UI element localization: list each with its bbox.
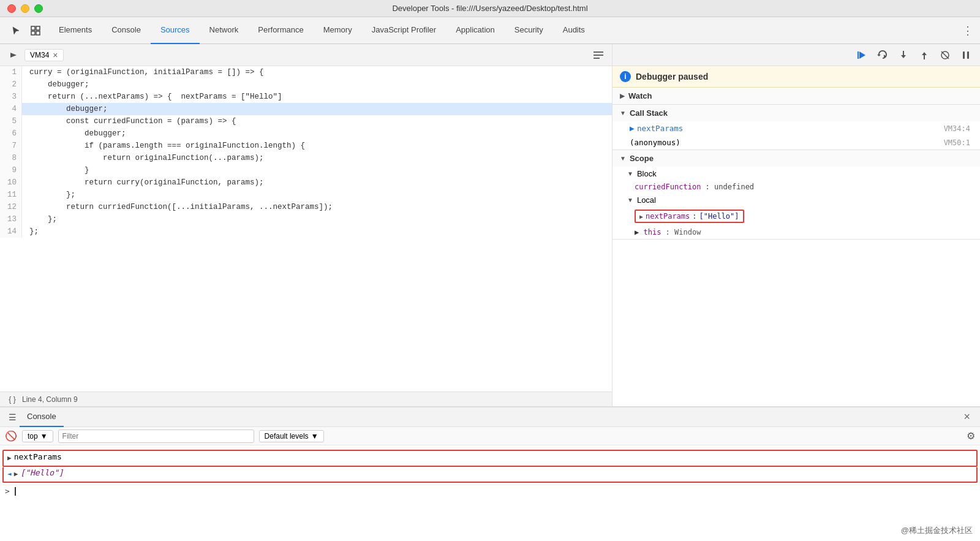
code-line-5: 5 const curriedFunction = (params) => { <box>0 115 612 127</box>
console-filter-input[interactable] <box>58 429 254 443</box>
line-number-7: 7 <box>0 140 22 152</box>
sources-drawer-button[interactable] <box>590 47 607 64</box>
line-number-13: 13 <box>0 213 22 225</box>
svg-rect-16 <box>963 51 965 59</box>
line-number-4: 4 <box>0 103 22 115</box>
tab-application[interactable]: Application <box>446 17 505 44</box>
console-sidebar-toggle[interactable]: ☰ <box>5 410 20 425</box>
tab-network[interactable]: Network <box>200 17 249 44</box>
svg-marker-4 <box>10 53 17 58</box>
svg-rect-2 <box>31 31 35 35</box>
code-content-3[interactable]: return (...nextParams) => { nextParams =… <box>22 91 612 103</box>
clear-console-button[interactable]: 🚫 <box>5 430 17 442</box>
callstack-item-0[interactable]: ▶ nextParams VM34:4 <box>612 121 980 135</box>
code-content-2[interactable]: debugger; <box>22 78 612 91</box>
code-content-6[interactable]: debugger; <box>22 127 612 140</box>
step-out-button[interactable] <box>915 47 933 64</box>
watch-section-header[interactable]: ▶ Watch <box>612 88 980 104</box>
local-scope-header[interactable]: ▼ Local <box>612 193 980 207</box>
code-content-9[interactable]: } <box>22 164 612 176</box>
tab-js-profiler[interactable]: JavaScript Profiler <box>362 17 446 44</box>
expand-hello-icon[interactable]: ▶ <box>14 468 18 480</box>
scope-section-header[interactable]: ▼ Scope <box>612 150 980 167</box>
block-triangle: ▼ <box>627 170 633 177</box>
code-content-14[interactable]: }; <box>22 225 612 238</box>
line-number-10: 10 <box>0 176 22 189</box>
close-tab-button[interactable]: × <box>53 51 58 59</box>
debugger-panel: i Debugger paused ▶ Watch ▼ Call Stack <box>612 44 980 406</box>
title-bar: Developer Tools - file:///Users/yazeed/D… <box>0 0 980 17</box>
braces-icon[interactable]: { } <box>7 395 17 404</box>
line-number-14: 14 <box>0 225 22 238</box>
svg-rect-1 <box>36 26 40 30</box>
top-nav: Elements Console Sources Network Perform… <box>0 17 980 44</box>
code-line-1: 1curry = (originalFunction, initialParam… <box>0 66 612 78</box>
code-line-9: 9 } <box>0 164 612 176</box>
code-content-13[interactable]: }; <box>22 213 612 225</box>
inspect-icon[interactable] <box>27 22 44 39</box>
main-content: VM34 × 1curry = (originalFunction, initi… <box>0 44 980 406</box>
expand-nextparams-icon[interactable]: ▶ <box>7 452 12 464</box>
block-scope-header[interactable]: ▼ Block <box>612 167 980 181</box>
deactivate-breakpoints-button[interactable] <box>936 47 954 64</box>
resume-button[interactable] <box>853 47 871 64</box>
code-content-4[interactable]: debugger; <box>22 103 612 115</box>
code-content-8[interactable]: return originalFunction(...params); <box>22 152 612 164</box>
tab-memory[interactable]: Memory <box>314 17 362 44</box>
traffic-lights <box>7 4 43 13</box>
local-label: Local <box>637 195 656 205</box>
debugger-paused-banner: i Debugger paused <box>612 66 980 88</box>
cursor-icon[interactable] <box>7 22 24 39</box>
pause-on-exceptions-button[interactable] <box>957 47 975 64</box>
scope-var-nextparams[interactable]: ▶ nextParams : ["Hello"] <box>612 207 980 225</box>
open-files-button[interactable] <box>5 47 22 64</box>
tab-filename: VM34 <box>30 51 49 59</box>
console-tab[interactable]: Console <box>20 407 64 427</box>
svg-rect-7 <box>594 58 600 59</box>
svg-rect-8 <box>858 51 859 59</box>
local-triangle: ▼ <box>627 197 633 203</box>
line-number-12: 12 <box>0 201 22 213</box>
code-content-10[interactable]: return curry(originalFunction, params); <box>22 176 612 189</box>
scope-section: ▼ Scope ▼ Block curriedFunction : undefi… <box>612 150 980 240</box>
watch-triangle: ▶ <box>620 93 625 99</box>
chevron-down-icon: ▼ <box>40 432 48 441</box>
nav-icon-group <box>2 22 49 39</box>
step-into-button[interactable] <box>894 47 913 64</box>
sources-toolbar: VM34 × <box>0 44 612 66</box>
console-nextparams-label: nextParams <box>14 452 62 461</box>
tab-sources[interactable]: Sources <box>151 17 200 44</box>
cursor-position: Line 4, Column 9 <box>22 395 78 404</box>
sources-file-tab[interactable]: VM34 × <box>24 49 64 61</box>
code-content-1[interactable]: curry = (originalFunction, initialParams… <box>22 66 612 78</box>
info-icon: i <box>620 71 631 82</box>
console-levels-selector[interactable]: Default levels ▼ <box>259 430 324 442</box>
svg-marker-13 <box>922 52 927 55</box>
console-context-selector[interactable]: top ▼ <box>22 430 53 442</box>
more-tabs-button[interactable]: ⋮ <box>958 17 978 44</box>
tab-elements[interactable]: Elements <box>49 17 102 44</box>
this-var-name: this <box>643 228 661 236</box>
callstack-section-header[interactable]: ▼ Call Stack <box>612 105 980 121</box>
tab-audits[interactable]: Audits <box>553 17 595 44</box>
callstack-item-1[interactable]: (anonymous) VM50:1 <box>612 135 980 149</box>
tab-performance[interactable]: Performance <box>248 17 313 44</box>
maximize-button[interactable] <box>34 4 43 13</box>
tab-security[interactable]: Security <box>505 17 553 44</box>
svg-rect-3 <box>36 31 40 35</box>
code-line-6: 6 debugger; <box>0 127 612 140</box>
minimize-button[interactable] <box>21 4 29 13</box>
code-content-5[interactable]: const curriedFunction = (params) => { <box>22 115 612 127</box>
code-content-11[interactable]: }; <box>22 189 612 201</box>
nextparams-expand-icon[interactable]: ▶ <box>639 213 643 220</box>
nav-tabs: Elements Console Sources Network Perform… <box>49 17 958 44</box>
console-close-button[interactable]: × <box>959 410 975 423</box>
code-content-7[interactable]: if (params.length === originalFunction.l… <box>22 140 612 152</box>
step-over-button[interactable] <box>873 47 892 64</box>
svg-rect-5 <box>594 51 603 53</box>
tab-console[interactable]: Console <box>102 17 151 44</box>
close-button[interactable] <box>7 4 16 13</box>
code-line-10: 10 return curry(originalFunction, params… <box>0 176 612 189</box>
console-settings-button[interactable]: ⚙ <box>967 430 975 442</box>
code-content-12[interactable]: return curriedFunction([...initialParams… <box>22 201 612 213</box>
